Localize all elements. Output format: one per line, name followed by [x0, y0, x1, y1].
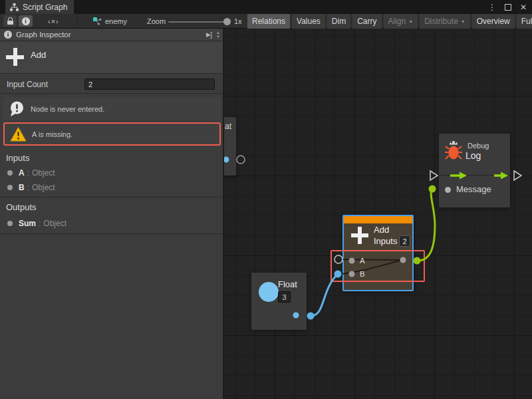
- toolbar-buttons: Relations Values Dim Carry Align▼ Distri…: [247, 14, 532, 29]
- float-node-title: Float: [278, 279, 297, 289]
- unconnected-port-circle[interactable]: [237, 156, 245, 164]
- wire-sum-to-message[interactable]: [417, 189, 435, 261]
- zoom-label: Zoom: [147, 17, 166, 25]
- float-node[interactable]: Float 3: [251, 273, 307, 330]
- info-message-text: Node is never entered.: [31, 105, 104, 113]
- outputs-heading: Outputs: [6, 202, 37, 212]
- wire-overlay: A B: [224, 29, 532, 399]
- inputs-heading: Inputs: [6, 153, 29, 163]
- inspector-header: i Graph Inspector ▶] ▲▼: [0, 29, 223, 41]
- port-name: A: [19, 168, 25, 178]
- port-dot-icon: [7, 221, 13, 226]
- add-node-header: [344, 216, 412, 223]
- code-icon[interactable]: ‹×›: [48, 17, 59, 25]
- graph-reference-icon: [93, 17, 102, 25]
- overview-button[interactable]: Overview: [472, 14, 515, 29]
- divider: [0, 93, 223, 94]
- info-icon: i: [22, 17, 30, 25]
- port-type: Object: [32, 168, 55, 178]
- inspector-port-row-a: A : Object: [0, 166, 223, 180]
- inspector-port-row-sum: Sum : Object: [0, 217, 223, 230]
- graph-reference-name[interactable]: enemy: [105, 17, 127, 25]
- warning-message-box: A is missing.: [3, 122, 221, 146]
- window-controls: ⋮ ✕: [488, 0, 527, 14]
- graph-inspector-panel: i Graph Inspector ▶] ▲▼ Add Input Count …: [0, 29, 223, 399]
- port-type: Object: [43, 219, 66, 228]
- clipped-node-label: at: [225, 122, 231, 131]
- zoom-slider-track[interactable]: [168, 21, 227, 23]
- warning-message-text: A is missing.: [32, 130, 72, 138]
- add-node-icon: [351, 227, 368, 244]
- node-divider: [439, 175, 510, 176]
- lock-button[interactable]: [3, 15, 17, 27]
- clipped-node[interactable]: at: [224, 117, 236, 176]
- add-node[interactable]: Add Inputs 2: [342, 215, 414, 291]
- tab-bar: Script Graph ⋮ ✕: [0, 0, 532, 14]
- input-count-row: Input Count: [0, 74, 223, 93]
- unconnected-flow-triangle[interactable]: [430, 171, 438, 180]
- speech-bubble-exclaim-icon: [9, 100, 25, 118]
- chevron-down-icon: ▼: [461, 19, 466, 24]
- unit-title: Add: [31, 50, 46, 60]
- full-screen-button[interactable]: Full Screen: [517, 14, 532, 29]
- port-name: Sum: [19, 219, 36, 228]
- inspector-title: Graph Inspector: [16, 31, 202, 39]
- spin-down-icon: ▼: [216, 35, 220, 39]
- dim-button[interactable]: Dim: [327, 14, 350, 29]
- values-button[interactable]: Values: [292, 14, 325, 29]
- inspector-toggle-button[interactable]: i: [19, 15, 33, 27]
- maximize-icon[interactable]: [505, 4, 511, 11]
- carry-button[interactable]: Carry: [352, 14, 381, 29]
- port-dot-icon: [7, 170, 13, 176]
- port-name: B: [19, 183, 25, 192]
- toolbar-divider: [77, 14, 78, 29]
- zoom-slider-thumb[interactable]: [223, 18, 231, 25]
- input-count-field[interactable]: [84, 78, 215, 90]
- float-type-icon: [259, 282, 279, 302]
- debug-node-subtitle: Log: [466, 150, 481, 161]
- add-node-title: Add: [374, 225, 389, 235]
- debug-node-title: Debug: [467, 142, 489, 150]
- add-node-subtitle: Inputs: [374, 236, 397, 246]
- message-port-dot[interactable]: [445, 187, 451, 193]
- debug-log-node[interactable]: Debug Log Message: [439, 134, 510, 207]
- graph-tab-icon: [10, 3, 19, 11]
- wire-float-to-b[interactable]: [311, 274, 338, 316]
- dock-sidebar-icon[interactable]: ▶]: [206, 31, 212, 39]
- zoom-value: 1x: [234, 17, 242, 25]
- divider: [0, 197, 223, 198]
- port-type: Object: [32, 183, 55, 192]
- graph-canvas[interactable]: at Float 3 Add Inputs 2 Debug Log: [224, 29, 532, 399]
- port-separator: :: [27, 168, 29, 178]
- unit-title-section: Add: [0, 42, 223, 74]
- graph-toolbar: i ‹×› enemy Zoom 1x Relations Values Dim…: [0, 14, 532, 29]
- distribute-button[interactable]: Distribute▼: [420, 14, 470, 29]
- add-unit-icon: [6, 48, 24, 66]
- divider: [0, 233, 223, 234]
- warning-triangle-icon: [10, 126, 27, 142]
- port-dot-icon: [7, 185, 13, 190]
- missing-port-circle[interactable]: [334, 255, 342, 263]
- tab-script-graph[interactable]: Script Graph: [5, 0, 74, 14]
- script-graph-window: Script Graph ⋮ ✕ i ‹×› enemy Zoom 1x: [0, 0, 532, 399]
- scroll-spinner[interactable]: ▲▼: [216, 31, 220, 39]
- unconnected-flow-triangle[interactable]: [514, 171, 521, 180]
- align-button[interactable]: Align▼: [384, 14, 418, 29]
- message-port-label: Message: [456, 184, 491, 194]
- relations-button[interactable]: Relations: [247, 14, 290, 29]
- float-value-field[interactable]: 3: [278, 291, 291, 303]
- port-separator: :: [39, 219, 41, 228]
- input-count-label: Input Count: [7, 80, 48, 89]
- chevron-down-icon: ▼: [408, 19, 413, 24]
- window-menu-icon[interactable]: ⋮: [488, 3, 496, 11]
- inspector-port-row-b: B : Object: [0, 181, 223, 194]
- info-icon: i: [4, 31, 12, 39]
- add-input-count-badge: 2: [399, 235, 410, 247]
- close-icon[interactable]: ✕: [520, 3, 527, 11]
- info-message-box: Node is never entered.: [3, 97, 221, 120]
- bug-icon: [444, 140, 463, 162]
- port-separator: :: [27, 183, 29, 192]
- tab-label: Script Graph: [23, 3, 67, 12]
